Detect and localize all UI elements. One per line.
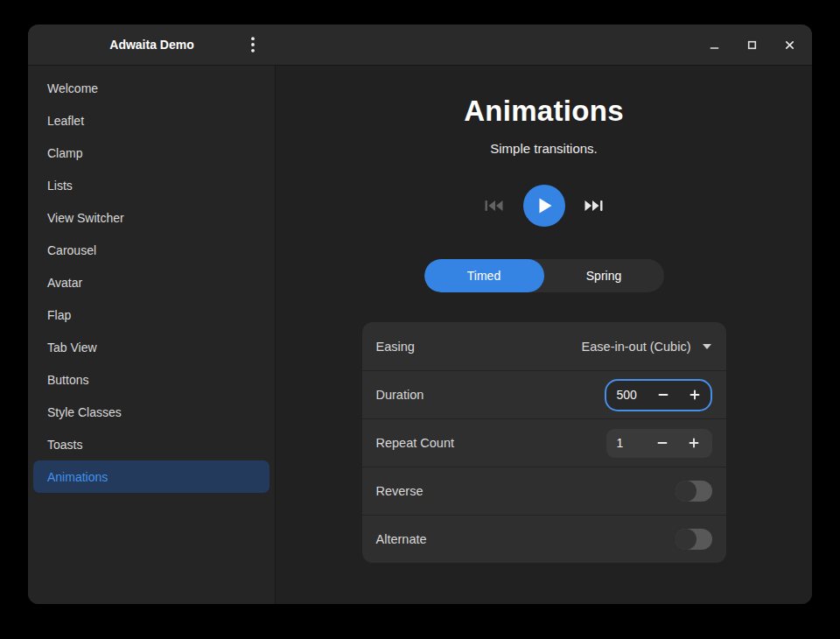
sidebar-item-animations[interactable]: Animations bbox=[33, 460, 270, 493]
switch-knob bbox=[676, 481, 696, 502]
repeat-count-increment-button[interactable] bbox=[678, 429, 710, 458]
header-bar: Adwaita Demo bbox=[28, 25, 812, 66]
skip-backward-icon bbox=[485, 200, 503, 212]
menu-vertical-dots-icon bbox=[251, 37, 255, 53]
reverse-switch[interactable] bbox=[676, 481, 712, 502]
minus-icon bbox=[656, 437, 668, 449]
sidebar-item-welcome[interactable]: Welcome bbox=[33, 72, 270, 104]
duration-increment-button[interactable] bbox=[679, 381, 710, 410]
duration-label: Duration bbox=[376, 388, 605, 402]
mode-option-spring[interactable]: Spring bbox=[544, 259, 664, 292]
duration-row: Duration 500 bbox=[362, 370, 726, 418]
repeat-count-spinbutton: 1 bbox=[606, 429, 712, 458]
sidebar-item-view-switcher[interactable]: View Switcher bbox=[33, 201, 270, 234]
sidebar-item-tab-view[interactable]: Tab View bbox=[33, 331, 270, 363]
duration-spinbutton: 500 bbox=[605, 379, 712, 411]
close-icon bbox=[785, 40, 794, 50]
close-button[interactable] bbox=[779, 34, 800, 55]
animation-settings-card: Easing Ease-in-out (Cubic) Duration 500 bbox=[362, 322, 726, 563]
easing-row[interactable]: Easing Ease-in-out (Cubic) bbox=[362, 322, 726, 370]
sidebar-item-flap[interactable]: Flap bbox=[33, 298, 270, 331]
duration-decrement-button[interactable] bbox=[648, 381, 680, 410]
animation-mode-toggle: Timed Spring bbox=[424, 259, 664, 292]
window-title: Adwaita Demo bbox=[109, 38, 193, 52]
header-left-section: Adwaita Demo bbox=[28, 25, 276, 65]
repeat-count-label: Repeat Count bbox=[376, 436, 606, 450]
chevron-down-icon bbox=[702, 343, 712, 350]
minus-icon bbox=[657, 389, 669, 401]
repeat-count-row: Repeat Count 1 bbox=[362, 418, 726, 467]
window-controls bbox=[704, 34, 800, 55]
main-content: Animations Simple transitions. bbox=[276, 66, 812, 604]
duration-value-input[interactable]: 500 bbox=[606, 388, 648, 402]
sidebar-item-toasts[interactable]: Toasts bbox=[33, 428, 270, 460]
sidebar-item-carousel[interactable]: Carousel bbox=[33, 234, 270, 266]
sidebar-item-style-classes[interactable]: Style Classes bbox=[33, 396, 270, 428]
play-button[interactable] bbox=[523, 185, 565, 227]
mode-option-timed[interactable]: Timed bbox=[424, 259, 544, 292]
sidebar: Welcome Leaflet Clamp Lists View Switche… bbox=[28, 66, 276, 604]
easing-label: Easing bbox=[376, 340, 582, 354]
repeat-count-decrement-button[interactable] bbox=[647, 429, 678, 458]
repeat-count-value-input[interactable]: 1 bbox=[606, 436, 647, 450]
page-subtitle: Simple transitions. bbox=[490, 141, 598, 156]
maximize-button[interactable] bbox=[741, 34, 762, 55]
skip-forward-icon bbox=[584, 200, 603, 212]
primary-menu-button[interactable] bbox=[241, 32, 265, 57]
plus-icon bbox=[688, 437, 700, 449]
play-icon bbox=[538, 198, 553, 214]
minimize-button[interactable] bbox=[704, 34, 724, 55]
sidebar-item-buttons[interactable]: Buttons bbox=[33, 363, 270, 396]
plus-icon bbox=[689, 389, 701, 401]
alternate-label: Alternate bbox=[376, 532, 676, 546]
easing-value: Ease-in-out (Cubic) bbox=[582, 340, 691, 354]
sidebar-item-avatar[interactable]: Avatar bbox=[33, 266, 270, 298]
sidebar-item-clamp[interactable]: Clamp bbox=[33, 137, 270, 169]
reverse-label: Reverse bbox=[376, 484, 676, 498]
minimize-icon bbox=[710, 40, 719, 50]
skip-forward-button[interactable] bbox=[579, 191, 609, 221]
sidebar-item-lists[interactable]: Lists bbox=[33, 169, 270, 201]
switch-knob bbox=[676, 529, 696, 550]
alternate-switch[interactable] bbox=[676, 529, 712, 550]
animation-player-controls bbox=[480, 185, 609, 227]
reverse-row: Reverse bbox=[362, 467, 726, 515]
sidebar-item-leaflet[interactable]: Leaflet bbox=[33, 104, 270, 137]
skip-backward-button[interactable] bbox=[480, 191, 509, 221]
alternate-row: Alternate bbox=[362, 515, 726, 563]
maximize-icon bbox=[747, 40, 757, 50]
app-window: Adwaita Demo bbox=[28, 25, 812, 604]
easing-dropdown[interactable]: Ease-in-out (Cubic) bbox=[582, 340, 712, 354]
app-body: Welcome Leaflet Clamp Lists View Switche… bbox=[28, 66, 812, 604]
page-title: Animations bbox=[464, 95, 624, 128]
